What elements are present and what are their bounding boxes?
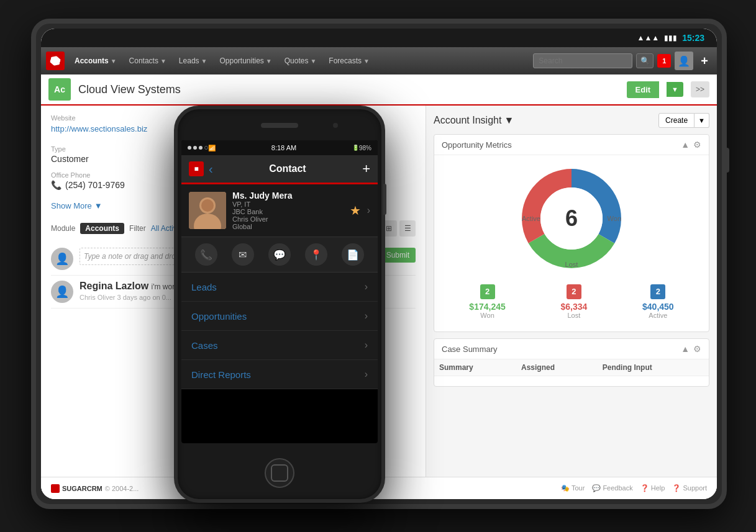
tablet-side-button [723, 148, 729, 173]
phone-logo[interactable]: ■ [189, 161, 204, 176]
list-view-icon[interactable]: ☰ [399, 220, 416, 237]
contact-photo [189, 192, 226, 229]
active-badge: 2 [650, 284, 665, 299]
crm-logo[interactable] [46, 52, 65, 70]
website-link[interactable]: http://www.sectionsales.biz [51, 124, 147, 133]
phone-nav-title: Contact [218, 163, 357, 174]
insight-dropdown-icon: ▼ [504, 115, 514, 126]
case-settings-icon[interactable]: ⚙ [693, 344, 701, 354]
contact-role: VP, IT [232, 201, 344, 208]
cases-chevron-icon: › [365, 340, 368, 351]
leads-chevron-icon: › [365, 281, 368, 292]
opportunities-menu-label: Opportunities [191, 311, 247, 322]
map-action-button[interactable]: 📍 [305, 243, 327, 266]
edit-button[interactable]: Edit [627, 81, 660, 98]
leads-arrow-icon: ▼ [201, 58, 207, 65]
footer-link-help[interactable]: ❓ Help [640, 484, 665, 492]
leads-menu-label: Leads [191, 282, 217, 292]
table-row [434, 376, 709, 387]
footer-link-support[interactable]: ❓ Support [672, 484, 707, 492]
signal-dot-3 [199, 146, 203, 150]
submit-button[interactable]: Submit [380, 248, 416, 263]
module-badge[interactable]: Accounts [80, 223, 124, 234]
footer-link-tour[interactable]: 🎭 Tour [561, 484, 585, 492]
nav-item-opportunities[interactable]: Opportunities ▼ [214, 54, 276, 68]
won-label: Won [469, 312, 505, 319]
phone-icon: 📞 [51, 180, 61, 190]
tablet-statusbar: ▲▲▲ ▮▮▮ 15:23 [41, 29, 717, 47]
battery-icon: ▮▮▮ [664, 34, 677, 42]
add-button[interactable]: + [697, 54, 712, 68]
insight-title: Account Insight ▼ [434, 115, 514, 126]
nav-item-accounts[interactable]: Accounts ▼ [70, 54, 122, 68]
menu-item-cases[interactable]: Cases › [181, 331, 378, 360]
phone-add-button[interactable]: + [362, 161, 370, 177]
menu-item-direct-reports[interactable]: Direct Reports › [181, 360, 378, 389]
col-pending: Pending Input [598, 359, 709, 376]
footer-cube-icon [51, 484, 60, 493]
edit-dropdown-button[interactable]: ▼ [667, 82, 683, 97]
chat-action-button[interactable]: 💬 [268, 243, 291, 266]
case-summary-table: Summary Assigned Pending Input [434, 359, 709, 386]
nav-item-leads[interactable]: Leads ▼ [174, 54, 212, 68]
settings-icon[interactable]: ⚙ [693, 140, 701, 150]
filter-label: Filter [129, 224, 146, 233]
menu-item-leads[interactable]: Leads › [181, 273, 378, 302]
call-action-button[interactable]: 📞 [195, 243, 217, 266]
phone-speaker [261, 123, 298, 128]
case-summary-card: Case Summary ▲ ⚙ Summary [434, 338, 709, 387]
contact-manager: Chris Oliver [232, 215, 344, 223]
right-panel: Account Insight ▼ Create ▼ Opportunity M… [426, 106, 717, 477]
email-action-button[interactable]: ✉ [232, 243, 254, 266]
signal-dot-1 [188, 146, 191, 150]
insight-header: Account Insight ▼ Create ▼ [434, 113, 709, 128]
crm-logo-cube [49, 55, 61, 67]
create-button[interactable]: Create [658, 113, 695, 128]
cases-menu-label: Cases [191, 340, 218, 351]
collapse-icon[interactable]: ▲ [681, 140, 690, 150]
case-summary-body: Summary Assigned Pending Input [434, 359, 709, 386]
phone-back-button[interactable]: ‹ [209, 162, 213, 176]
phone-statusbar: 📶 8:18 AM 🔋 98% [181, 140, 378, 155]
user-post-avatar: 👤 [51, 281, 73, 303]
phone-side-button[interactable] [383, 184, 386, 215]
create-dropdown-button[interactable]: ▼ [695, 113, 709, 128]
show-more-chevron-icon: ▼ [94, 201, 102, 210]
search-button[interactable]: 🔍 [636, 53, 654, 68]
metric-active: 2 $40,450 Active [642, 284, 674, 319]
menu-item-opportunities[interactable]: Opportunities › [181, 302, 378, 331]
footer-links: 🎭 Tour 💬 Feedback ❓ Help ❓ Support [561, 484, 707, 492]
case-collapse-icon[interactable]: ▲ [681, 344, 690, 354]
card-controls: ▲ ⚙ [681, 140, 701, 150]
user-avatar[interactable]: 👤 [675, 52, 693, 70]
case-summary-header: Case Summary ▲ ⚙ [434, 339, 709, 359]
expand-button[interactable]: >> [691, 81, 709, 97]
notification-badge[interactable]: 1 [657, 54, 671, 68]
create-btn-group: Create ▼ [658, 113, 709, 128]
nav-item-quotes[interactable]: Quotes ▼ [280, 54, 322, 68]
crm-navbar: Accounts ▼ Contacts ▼ Leads ▼ Opportunit… [41, 47, 717, 74]
phone-front-camera [333, 123, 338, 128]
phone-battery-indicator: 🔋 [352, 145, 359, 151]
nav-item-forecasts[interactable]: Forecasts ▼ [324, 54, 375, 68]
signal-dot-2 [193, 146, 197, 150]
star-icon[interactable]: ★ [350, 203, 361, 218]
lost-amount: $6,334 [560, 302, 587, 312]
opportunity-metrics-body: 6 Active Won Lost 2 [434, 155, 709, 331]
phone-home-button[interactable] [265, 458, 294, 488]
donut-won-label: Won [608, 215, 621, 222]
active-label: Active [642, 312, 674, 319]
nav-item-contacts[interactable]: Contacts ▼ [124, 54, 171, 68]
footer-link-feedback[interactable]: 💬 Feedback [592, 484, 632, 492]
activity-avatar-placeholder: 👤 [51, 248, 73, 270]
phone-contact-card[interactable]: Ms. Judy Mera VP, IT JBC Bank Chris Oliv… [181, 184, 378, 237]
svg-point-7 [201, 199, 214, 212]
accounts-arrow-icon: ▼ [111, 58, 117, 65]
direct-reports-chevron-icon: › [365, 369, 368, 380]
phone-time: 8:18 AM [216, 144, 352, 151]
doc-action-button[interactable]: 📄 [342, 243, 364, 266]
search-input[interactable] [533, 53, 632, 68]
opportunities-chevron-icon: › [365, 310, 368, 322]
donut-lost-label: Lost [565, 261, 578, 268]
account-name: Cloud View Systems [78, 83, 619, 96]
